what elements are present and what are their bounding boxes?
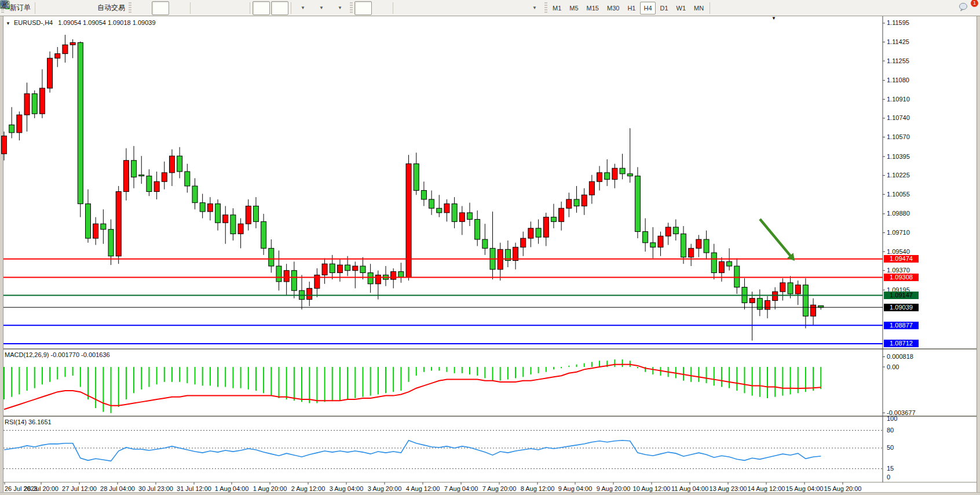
time-axis-label: 7 Aug 20:00 [482, 485, 517, 492]
zoom-out-button[interactable] [211, 1, 229, 15]
auto-trading-label: 自动交易 [97, 3, 125, 13]
price-tick-label: 1.11425 [887, 38, 909, 45]
auto-trading-button[interactable]: 自动交易 [93, 1, 127, 15]
candlestick-mode-button[interactable] [152, 1, 169, 15]
price-line-tag: 1.08712 [884, 340, 919, 347]
toolbar-separator [190, 2, 191, 14]
time-axis-label: 1 Aug 20:00 [253, 485, 287, 492]
price-tick-label: 1.09710 [887, 229, 910, 236]
signals-button[interactable] [75, 1, 92, 15]
main-toolbar: 新订单 自动交易 ▼ ▼ [0, 0, 980, 16]
chart-window[interactable] [0, 16, 980, 495]
bar-chart-mode-button[interactable] [133, 1, 151, 15]
macd-axis-label: 0.00 [887, 363, 899, 370]
time-axis-label: 2 Aug 12:00 [291, 485, 326, 492]
price-line-tag: 1.09308 [884, 274, 919, 281]
timeframe-button-H1[interactable]: H1 [624, 2, 639, 14]
price-line-tag: 1.09147 [884, 292, 919, 299]
toolbar-separator [393, 2, 393, 14]
dropdown-arrow-icon: ▼ [532, 5, 537, 10]
chat-icon [959, 2, 968, 11]
time-axis-label: 27 Jul 12:00 [62, 485, 97, 492]
time-axis-label: 14 Aug 12:00 [748, 485, 785, 492]
time-axis-label: 3 Aug 04:00 [330, 485, 364, 492]
crosshair-tool-button[interactable] [373, 1, 390, 15]
horizontal-line-tool-button[interactable] [414, 1, 432, 15]
search-button[interactable] [939, 1, 957, 15]
timeframe-group: M1M5M15M30H1H4D1W1MN [548, 2, 708, 14]
price-tick-label: 1.11255 [887, 57, 909, 64]
price-tick-label: 1.09370 [887, 267, 910, 274]
rsi-axis-label: 15 [887, 465, 894, 472]
price-line-tag: 1.08877 [884, 322, 919, 329]
toolbar-separator [710, 2, 710, 14]
window-left-border [0, 16, 3, 495]
price-tick-label: 1.10225 [887, 172, 910, 179]
notification-badge: 1 [971, 0, 978, 7]
chart-collapse-icon[interactable]: ▼ [6, 21, 10, 26]
chart-shift-button[interactable] [271, 1, 288, 15]
chart-ohlc-values: 1.09054 1.09054 1.09018 1.09039 [58, 19, 155, 26]
line-chart-mode-button[interactable] [170, 1, 188, 15]
templates-button[interactable]: ▼ [331, 1, 348, 15]
toolbar-grip [129, 2, 131, 14]
chart-quote-header: ▼ EURUSD-,H4 1.09054 1.09054 1.09018 1.0… [6, 19, 156, 26]
equidistant-channel-tool-button[interactable]: E [451, 1, 469, 15]
price-tick-label: 1.09880 [887, 210, 910, 217]
chart-symbol-period: EURUSD-,H4 [14, 19, 53, 26]
market-watch-button[interactable] [38, 1, 55, 15]
time-axis-label: 8 Aug 12:00 [521, 485, 555, 492]
timeframe-button-H4[interactable]: H4 [640, 2, 655, 14]
timeframe-button-M30[interactable]: M30 [604, 2, 623, 14]
price-tick-label: 1.10395 [887, 153, 910, 160]
time-axis-label: 13 Aug 23:00 [710, 485, 747, 492]
vertical-line-tool-button[interactable] [396, 1, 413, 15]
data-window-button[interactable] [56, 1, 74, 15]
text-tool-button[interactable]: A [488, 1, 506, 15]
rsi-axis-label: 0 [887, 474, 890, 481]
periods-button[interactable]: ▼ [312, 1, 330, 15]
macd-indicator-label: MACD(12,26,9) -0.001770 -0.001636 [5, 351, 110, 358]
price-tick-label: 1.09540 [887, 248, 910, 255]
time-axis-label: 10 Aug 12:00 [633, 485, 671, 492]
time-axis-label: 31 Jul 12:00 [177, 485, 211, 492]
time-axis-label: 7 Aug 04:00 [444, 485, 478, 492]
macd-axis-label: 0.000818 [887, 353, 913, 360]
time-axis-label: 26 Jul 20:00 [24, 485, 58, 492]
toolbar-grip [544, 2, 547, 14]
label-tool-button[interactable]: T [507, 1, 524, 15]
notifications-button[interactable]: 1 [958, 1, 975, 15]
zoom-in-button[interactable] [193, 1, 210, 15]
timeframe-button-M5[interactable]: M5 [566, 2, 582, 14]
toolbar-separator [250, 2, 250, 14]
auto-scroll-button[interactable] [253, 1, 270, 15]
search-icon [0, 0, 9, 9]
price-tick-label: 1.10055 [887, 191, 910, 198]
time-axis-label: 4 Aug 12:00 [406, 485, 440, 492]
timeframe-button-M1[interactable]: M1 [549, 2, 565, 14]
timeframe-button-W1[interactable]: W1 [673, 2, 690, 14]
new-order-label: 新订单 [10, 3, 31, 13]
price-tick-label: 1.10740 [887, 114, 910, 121]
time-axis-label: 15 Aug 20:00 [824, 485, 862, 492]
dropdown-arrow-icon: ▼ [319, 5, 324, 10]
timeframe-button-M15[interactable]: M15 [583, 2, 602, 14]
timeframe-button-D1[interactable]: D1 [657, 2, 672, 14]
indicators-button[interactable]: ▼ [294, 1, 311, 15]
trendline-tool-button[interactable] [433, 1, 450, 15]
arrows-tool-button[interactable]: ▼ [525, 1, 543, 15]
tile-windows-button[interactable] [230, 1, 247, 15]
dropdown-arrow-icon: ▼ [301, 5, 305, 10]
rsi-axis-label: 80 [887, 427, 894, 434]
timeframe-button-MN[interactable]: MN [690, 2, 707, 14]
cursor-tool-button[interactable] [354, 1, 372, 15]
chart-shift-marker-icon[interactable]: ▼ [771, 16, 776, 21]
time-axis-label: 28 Jul 04:00 [100, 485, 135, 492]
time-axis-label: 30 Jul 23:00 [138, 485, 173, 492]
window-bottom-border [0, 492, 980, 495]
time-axis-label: 1 Aug 04:00 [215, 485, 249, 492]
price-line-tag: 1.09039 [884, 304, 919, 311]
toolbar-grip [350, 2, 353, 14]
fibonacci-tool-button[interactable]: F [470, 1, 487, 15]
trading-terminal-window: { "toolbar": { "new_order": "新订单", "auto… [0, 0, 980, 495]
